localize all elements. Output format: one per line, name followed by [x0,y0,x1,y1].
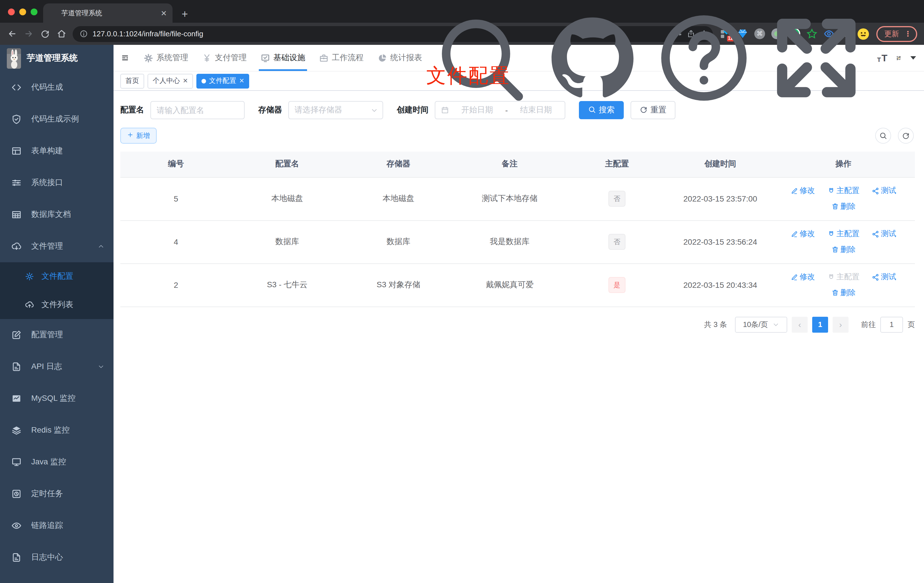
config-name-input[interactable] [151,106,244,115]
logo-avatar [7,48,21,68]
sidebar-item-11[interactable]: 定时任务 [0,478,114,510]
tag-close-icon[interactable]: ✕ [239,77,244,84]
sidebar-item-5[interactable]: 文件管理 [0,231,114,262]
nav-item-label: 支付管理 [215,53,247,63]
page-number-1[interactable]: 1 [812,317,828,332]
tag-0[interactable]: 首页 [120,74,144,88]
question-icon[interactable] [653,7,756,109]
add-button[interactable]: 新增 [120,128,157,144]
user-dropdown-caret-icon[interactable] [911,56,916,59]
nav-item-1[interactable]: 支付管理 [195,45,253,71]
sidebar-subitem-0[interactable]: 文件配置 [0,262,114,291]
reload-icon[interactable] [38,26,53,41]
cell-name: 数据库 [231,220,343,263]
cell-id: 2 [120,263,231,307]
sidebar-item-label: 文件管理 [31,241,63,251]
master-config-action[interactable]: 主配置 [828,229,860,239]
sidebar-collapse-icon[interactable] [122,52,129,64]
column-header: 存储器 [343,152,454,177]
table-search-icon[interactable] [875,128,891,144]
cloud-upload-icon [25,300,34,309]
sidebar-item-10[interactable]: Java 监控 [0,446,114,478]
sidebar-item-0[interactable]: 代码生成 [0,71,114,103]
sidebar-item-label: 代码生成示例 [31,114,79,124]
home-icon[interactable] [54,26,69,41]
sidebar-subitem-label: 文件配置 [41,271,73,282]
nav-item-label: 统计报表 [390,53,422,63]
sidebar-item-9[interactable]: Redis 监控 [0,415,114,446]
forward-icon[interactable] [21,26,36,41]
browser-tab[interactable]: 芋道管理系统 ✕ [43,3,173,23]
test-action[interactable]: 测试 [872,186,896,196]
cell-name: 本地磁盘 [231,177,343,220]
cell-name: S3 - 七牛云 [231,263,343,307]
test-action[interactable]: 测试 [872,272,896,282]
master-tag: 是 [609,277,625,293]
tab-title: 芋道管理系统 [61,8,156,18]
back-icon[interactable] [5,26,20,41]
table-refresh-icon[interactable] [898,128,914,144]
edit-action[interactable]: 修改 [790,229,815,239]
master-config-action[interactable]: 主配置 [828,272,860,282]
nav-item-label: 工作流程 [332,53,363,63]
tag-2[interactable]: 文件配置 ✕ [196,74,249,88]
nav-item-2[interactable]: 基础设施 [253,45,312,71]
sidebar-item-label: 系统接口 [31,178,63,188]
new-tab-button[interactable]: + [182,8,188,19]
delete-action[interactable]: 删除 [831,287,856,298]
cell-created: 2022-03-15 20:43:34 [668,263,772,307]
tag-close-icon[interactable]: ✕ [183,77,188,84]
search-icon[interactable] [429,7,531,109]
sidebar-item-6[interactable]: 配置管理 [0,319,114,351]
goto-page-input[interactable] [880,317,903,332]
test-action[interactable]: 测试 [872,229,896,239]
sidebar-item-2[interactable]: 表单构建 [0,135,114,167]
prev-page-button[interactable]: ‹ [792,317,808,332]
sidebar-item-label: MySQL 监控 [31,393,76,404]
sidebar-item-4[interactable]: 数据库文档 [0,199,114,231]
master-config-action[interactable]: 主配置 [828,186,860,196]
sidebar-item-7[interactable]: API 日志 [0,351,114,383]
sidebar-item-8[interactable]: MySQL 监控 [0,383,114,415]
cell-master: 否 [565,220,668,263]
sidebar-item-label: API 日志 [31,362,62,372]
code-icon [12,82,21,92]
next-page-button[interactable]: › [833,317,848,332]
nav-item-4[interactable]: 统计报表 [370,45,429,71]
fontsize-icon[interactable]: TT [877,53,888,63]
sidebar-subitem-1[interactable]: 文件列表 [0,291,114,319]
edit-action[interactable]: 修改 [790,272,815,282]
cell-created: 2022-03-15 23:57:00 [668,177,772,220]
tag-1[interactable]: 个人中心 ✕ [148,74,193,88]
sidebar-item-13[interactable]: 日志中心 [0,542,114,573]
cell-actions: 修改 主配置 测试 删除 [772,263,915,307]
sidebar-item-12[interactable]: 链路追踪 [0,510,114,542]
master-tag: 否 [609,234,625,250]
sidebar-item-1[interactable]: 代码生成示例 [0,103,114,135]
nav-item-3[interactable]: 工作流程 [312,45,370,71]
app-logo[interactable]: 芋道管理系统 [0,45,114,71]
github-icon[interactable] [541,7,644,109]
window-close-button[interactable] [8,8,15,15]
info-icon[interactable] [79,30,88,38]
tab-close-icon[interactable]: ✕ [161,9,167,17]
sidebar-item-3[interactable]: 系统接口 [0,167,114,199]
storage-select[interactable]: 请选择存储器 [288,101,383,119]
window-zoom-button[interactable] [31,8,38,15]
nav-item-0[interactable]: 系统管理 [137,45,195,71]
table-row: 5 本地磁盘 本地磁盘 测试下本地存储 否 2022-03-15 23:57:0… [120,177,915,220]
page-size-select[interactable]: 10条/页 [735,317,787,332]
window-minimize-button[interactable] [19,8,26,15]
fullscreen-icon[interactable] [765,7,868,109]
master-tag: 否 [609,191,625,206]
edit-action[interactable]: 修改 [790,186,815,196]
delete-action[interactable]: 删除 [831,201,856,211]
shield-check-icon [12,114,21,124]
page-suffix: 页 [908,319,915,330]
log-icon [12,552,21,563]
create-time-label: 创建时间 [397,105,429,115]
sidebar-item-label: Java 监控 [31,457,66,467]
delete-action[interactable]: 删除 [831,244,856,254]
user-avatar[interactable] [897,49,901,67]
storage-select-placeholder: 请选择存储器 [295,105,342,115]
